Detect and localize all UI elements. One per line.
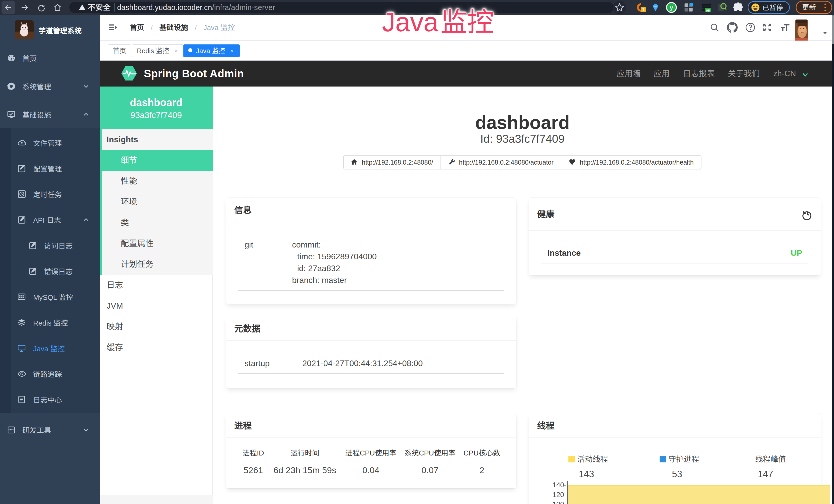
svg-text:1: 1 <box>642 7 644 12</box>
svg-text:on: on <box>706 8 710 12</box>
svg-text:y: y <box>670 4 673 11</box>
